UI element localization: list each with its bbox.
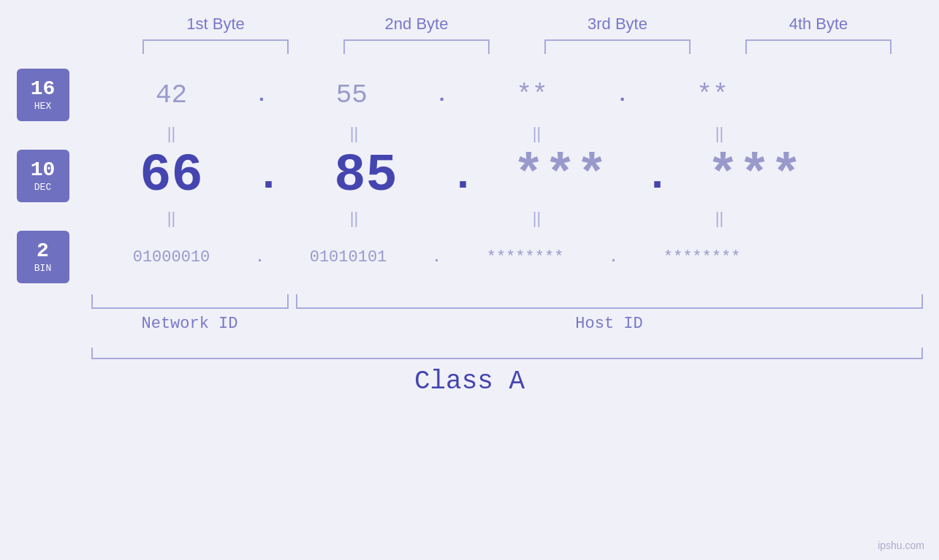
main-data-area: 16 HEX 42 . 55 . ** . ** || || || || (17, 69, 923, 396)
dec-badge-num: 10 (31, 159, 56, 182)
dec-dot-1: . (256, 151, 282, 201)
dec-byte-4: *** (674, 146, 835, 206)
dec-badge: 10 DEC (17, 150, 69, 202)
byte-headers-row: 1st Byte 2nd Byte 3rd Byte 4th Byte (115, 15, 919, 34)
equals-row-2: || || || || (91, 209, 923, 228)
watermark: ipshu.com (878, 540, 924, 551)
bin-badge-label: BIN (34, 263, 51, 274)
dec-dot-3: . (645, 151, 671, 201)
hex-values: 42 . 55 . ** . ** (91, 80, 923, 110)
hex-byte-1: 42 (91, 80, 252, 110)
bottom-brackets (91, 294, 923, 309)
hex-dot-1: . (256, 84, 268, 107)
dec-byte-1: 66 (91, 146, 252, 206)
hex-byte-4: ** (632, 80, 793, 110)
dec-values: 66 . 85 . *** . *** (91, 146, 923, 206)
bin-dot-1: . (256, 249, 265, 266)
host-bracket (296, 294, 923, 309)
header-1st-byte: 1st Byte (132, 15, 300, 34)
bin-row: 2 BIN 01000010 . 01010101 . ******** . *… (17, 231, 923, 283)
eq-7: || (457, 209, 617, 228)
network-bracket (91, 294, 289, 309)
dec-row: 10 DEC 66 . 85 . *** . *** (17, 146, 923, 206)
hex-byte-2: 55 (271, 80, 432, 110)
dec-byte-3: *** (480, 146, 641, 206)
bin-byte-2: 01010101 (268, 248, 429, 266)
bin-byte-1: 01000010 (91, 248, 252, 266)
hex-row: 16 HEX 42 . 55 . ** . ** (17, 69, 923, 121)
class-label: Class A (17, 367, 923, 396)
bottom-brackets-section: Network ID Host ID (17, 294, 923, 333)
header-2nd-byte: 2nd Byte (332, 15, 501, 34)
bottom-labels: Network ID Host ID (91, 315, 923, 333)
bracket-2 (343, 39, 490, 54)
dec-dot-2: . (450, 151, 476, 201)
main-container: 1st Byte 2nd Byte 3rd Byte 4th Byte 16 H… (0, 0, 939, 560)
bracket-3 (544, 39, 691, 54)
dec-badge-label: DEC (34, 182, 51, 193)
network-id-label: Network ID (91, 315, 289, 333)
bracket-1 (142, 39, 289, 54)
class-area: Class A (17, 348, 923, 396)
eq-5: || (91, 209, 252, 228)
bin-byte-3: ******** (445, 248, 606, 266)
top-brackets-row (115, 39, 919, 54)
header-4th-byte: 4th Byte (734, 15, 902, 34)
bin-values: 01000010 . 01010101 . ******** . *******… (91, 248, 923, 266)
bin-dot-2: . (433, 249, 441, 266)
hex-dot-3: . (616, 84, 628, 107)
host-id-label: Host ID (296, 315, 923, 333)
hex-byte-3: ** (452, 80, 612, 110)
eq-3: || (457, 124, 617, 143)
dec-byte-2: 85 (286, 146, 446, 206)
hex-badge: 16 HEX (17, 69, 69, 121)
bracket-4 (745, 39, 892, 54)
eq-4: || (639, 124, 800, 143)
eq-6: || (274, 209, 435, 228)
outer-bracket (91, 348, 923, 359)
bin-badge-num: 2 (37, 240, 49, 263)
header-3rd-byte: 3rd Byte (533, 15, 702, 34)
eq-2: || (274, 124, 435, 143)
eq-1: || (91, 124, 252, 143)
hex-badge-num: 16 (31, 78, 56, 101)
hex-dot-2: . (436, 84, 448, 107)
eq-8: || (639, 209, 800, 228)
bin-dot-3: . (609, 249, 618, 266)
bin-badge: 2 BIN (17, 231, 69, 283)
equals-row-1: || || || || (91, 124, 923, 143)
hex-badge-label: HEX (34, 101, 51, 112)
bin-byte-4: ******** (622, 248, 783, 266)
